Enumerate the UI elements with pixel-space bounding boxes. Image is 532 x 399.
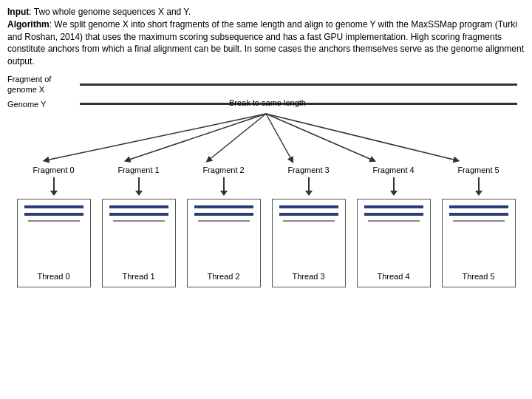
page: Input: Two whole genome sequences X and … — [0, 0, 532, 399]
down-arrow-0 — [17, 177, 91, 196]
genome-x-row: Fragment of genome X — [7, 74, 525, 95]
break-label: Break to same length — [229, 98, 306, 107]
thread-box-line-0-top — [24, 205, 83, 208]
fragment-label-2: Fragment 2 — [187, 166, 261, 174]
input-label: Input — [7, 7, 29, 17]
svg-line-0 — [46, 114, 266, 160]
thread-label-0: Thread 0 — [37, 272, 69, 281]
svg-line-3 — [266, 114, 292, 160]
fragment-label-3: Fragment 3 — [272, 166, 346, 174]
threads-row: Thread 0 Thread 1 Thread 2 Threa — [7, 199, 525, 287]
down-arrow-head-3 — [305, 191, 313, 196]
thread-box-line-2-top — [194, 205, 253, 208]
down-arrows-row — [7, 177, 525, 196]
thread-box-line-2-mid — [194, 213, 253, 216]
fragment-label-5: Fragment 5 — [442, 166, 516, 174]
down-arrow-5 — [442, 177, 516, 196]
down-arrow-3 — [272, 177, 346, 196]
svg-line-5 — [266, 114, 457, 160]
down-arrow-head-4 — [390, 191, 398, 196]
thread-box-line-0-mid — [24, 213, 83, 216]
down-arrow-line-4 — [393, 177, 395, 191]
arrows-container — [7, 110, 525, 166]
fragment-label-4: Fragment 4 — [357, 166, 431, 174]
down-arrow-line-5 — [478, 177, 480, 191]
down-arrow-2 — [187, 177, 261, 196]
fragment-label-1: Fragment 1 — [102, 166, 176, 174]
svg-line-2 — [208, 114, 266, 160]
thread-box-line-2-thin — [198, 220, 250, 222]
down-arrow-head-1 — [135, 191, 143, 196]
thread-box-line-3-top — [279, 205, 338, 208]
thread-label-3: Thread 3 — [292, 272, 324, 281]
thread-box-line-1-top — [109, 205, 168, 208]
thread-box-line-4-mid — [364, 213, 423, 216]
down-arrow-head-0 — [50, 191, 58, 196]
thread-box-line-3-thin — [283, 220, 335, 222]
thread-box-line-3-mid — [279, 213, 338, 216]
thread-box-line-4-thin — [368, 220, 420, 222]
algorithm-text: : We split genome X into short fragments… — [7, 19, 524, 66]
down-arrow-4 — [357, 177, 431, 196]
svg-line-4 — [266, 114, 373, 160]
header-text: Input: Two whole genome sequences X and … — [7, 6, 525, 68]
thread-box-line-4-top — [364, 205, 423, 208]
thread-label-1: Thread 1 — [122, 272, 154, 281]
thread-box-0: Thread 0 — [17, 199, 91, 287]
thread-box-line-0-thin — [28, 220, 80, 222]
genome-x-line — [80, 83, 517, 86]
genome-x-label: Fragment of genome X — [7, 74, 74, 95]
fragment-label-0: Fragment 0 — [17, 166, 91, 174]
thread-box-line-1-thin — [113, 220, 165, 222]
thread-box-4: Thread 4 — [357, 199, 431, 287]
thread-box-line-5-mid — [449, 213, 508, 216]
thread-label-2: Thread 2 — [207, 272, 239, 281]
down-arrow-head-2 — [220, 191, 228, 196]
algorithm-label: Algorithm — [7, 19, 50, 30]
down-arrow-line-3 — [308, 177, 310, 191]
fragments-row: Fragment 0 Fragment 1 Fragment 2 Fragmen… — [7, 166, 525, 174]
thread-label-4: Thread 4 — [377, 272, 409, 281]
thread-box-1: Thread 1 — [102, 199, 176, 287]
down-arrow-head-5 — [475, 191, 482, 196]
thread-label-5: Thread 5 — [462, 272, 494, 281]
thread-box-line-5-thin — [453, 220, 505, 222]
down-arrow-line-2 — [223, 177, 225, 191]
genome-y-label: Genome Y — [7, 100, 74, 109]
svg-line-1 — [127, 114, 266, 160]
input-text: : Two whole genome sequences X and Y. — [29, 7, 191, 17]
thread-box-2: Thread 2 — [187, 199, 261, 287]
thread-box-line-1-mid — [109, 213, 168, 216]
arrows-svg — [7, 110, 525, 166]
thread-box-3: Thread 3 — [272, 199, 346, 287]
thread-box-5: Thread 5 — [442, 199, 516, 287]
diagram-area: Fragment of genome X Genome Y Break to s… — [7, 74, 525, 287]
down-arrow-1 — [102, 177, 176, 196]
down-arrow-line-0 — [53, 177, 55, 191]
thread-box-line-5-top — [449, 205, 508, 208]
down-arrow-line-1 — [138, 177, 140, 191]
